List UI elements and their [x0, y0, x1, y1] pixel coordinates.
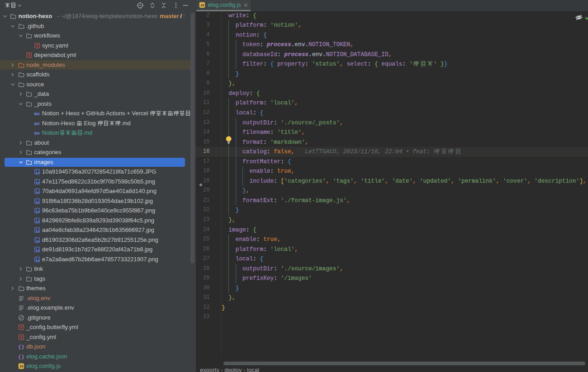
svg-text:Y: Y	[20, 325, 23, 330]
svg-text:{}: {}	[18, 354, 24, 360]
svg-text:Y: Y	[36, 44, 38, 48]
svg-text:M: M	[34, 121, 38, 126]
svg-text:JS: JS	[200, 3, 204, 7]
svg-text:Y: Y	[20, 335, 23, 339]
svg-text:JS: JS	[19, 364, 23, 368]
svg-text:Y: Y	[28, 53, 30, 57]
svg-text:M: M	[34, 111, 38, 116]
svg-text:{}: {}	[18, 344, 24, 350]
svg-text:M: M	[34, 131, 38, 136]
